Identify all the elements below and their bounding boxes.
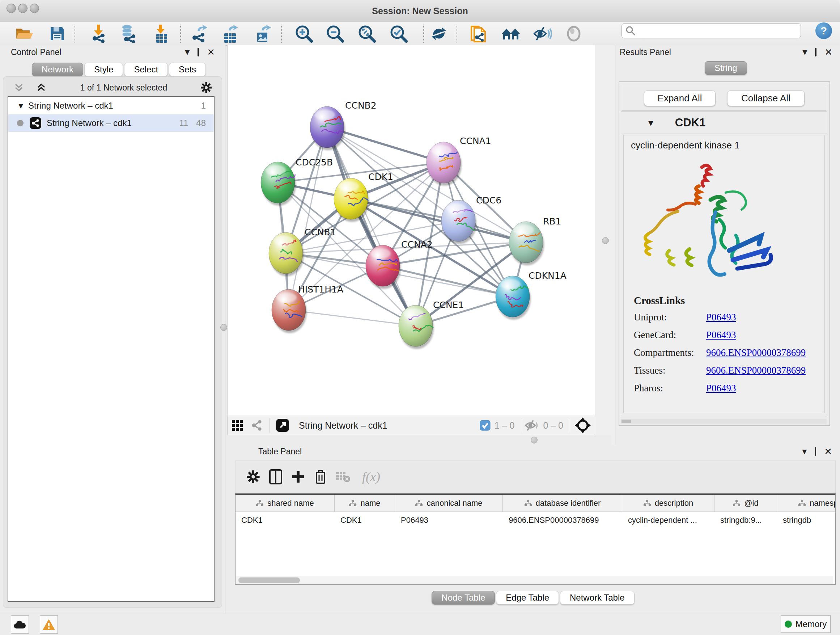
export-table-button[interactable]: [219, 24, 241, 43]
main-toolbar: ?: [0, 22, 840, 46]
panel-float-icon[interactable]: [815, 448, 816, 455]
collapse-all-button[interactable]: Collapse All: [727, 90, 805, 106]
network-node-CDC6[interactable]: CDC6: [441, 195, 501, 244]
table-row[interactable]: CDK1CDK1P064939606.ENSP00000378699cyclin…: [235, 512, 836, 529]
open-session-button[interactable]: [14, 24, 35, 43]
tab-string[interactable]: String: [705, 61, 747, 75]
homes-icon: [501, 26, 521, 42]
memory-button[interactable]: Memory: [781, 616, 831, 633]
apply-layout-button[interactable]: [428, 24, 450, 43]
crosslink-compartments-link[interactable]: 9606.ENSP00000378699: [706, 347, 806, 358]
show-panel-button[interactable]: [563, 24, 584, 43]
network-edge[interactable]: [289, 310, 416, 326]
crosslink-tissues-link[interactable]: 9606.ENSP00000378699: [706, 365, 806, 376]
column-header-name[interactable]: name: [335, 495, 395, 512]
import-table-button[interactable]: [150, 24, 172, 43]
column-header-database-identifier[interactable]: database identifier: [503, 495, 622, 512]
string-import-button[interactable]: [467, 24, 489, 43]
export-image-button[interactable]: [252, 24, 273, 43]
cloud-button[interactable]: [11, 616, 29, 633]
panel-float-icon[interactable]: [197, 49, 199, 55]
help-button[interactable]: ?: [815, 22, 832, 39]
left-splitter-collapse-handle[interactable]: [220, 324, 227, 331]
network-share-icon[interactable]: [247, 417, 267, 433]
tab-node-table[interactable]: Node Table: [431, 591, 495, 605]
import-database-button[interactable]: [117, 24, 139, 43]
column-header-id[interactable]: @id: [714, 495, 777, 512]
expand-all-networks-icon[interactable]: [30, 77, 52, 98]
collection-caret-icon[interactable]: ▼: [19, 102, 23, 109]
network-node-CDKN1A[interactable]: CDKN1A: [496, 271, 567, 320]
selected-nodes-checkbox[interactable]: [479, 420, 491, 431]
search-input[interactable]: [636, 26, 801, 36]
column-header-canonical-name[interactable]: canonical name: [395, 495, 503, 512]
homes-button[interactable]: [500, 24, 522, 43]
splitter-collapse-handle[interactable]: [531, 437, 538, 443]
crosslink-pharos-link[interactable]: P06493: [706, 383, 736, 394]
table-cell[interactable]: stringdb: [777, 512, 836, 529]
tab-network[interactable]: Network: [32, 63, 83, 76]
splitter-collapse-handle[interactable]: [602, 237, 609, 244]
panel-menu-icon[interactable]: ▼: [802, 448, 807, 455]
panel-close-icon[interactable]: ✕: [824, 48, 832, 57]
delete-column-trash-icon[interactable]: [309, 466, 332, 488]
crosslink-uniprot-link[interactable]: P06493: [706, 312, 736, 323]
birds-eye-view-icon[interactable]: [227, 417, 247, 433]
table-cell[interactable]: 9606.ENSP00000378699: [503, 512, 622, 529]
import-table-icon: [153, 25, 169, 43]
network-canvas[interactable]: CCNB2CCNA1CDC25BCDK1CDC6RB1CCNB1CCNA2CDK…: [227, 45, 595, 416]
export-network-button[interactable]: [188, 24, 210, 43]
warnings-button[interactable]: [40, 616, 58, 633]
table-settings-gear-icon[interactable]: [242, 466, 264, 488]
save-session-button[interactable]: [46, 24, 68, 43]
tab-style[interactable]: Style: [84, 63, 123, 76]
tab-select[interactable]: Select: [124, 63, 168, 76]
tab-sets[interactable]: Sets: [169, 63, 206, 76]
import-network-button[interactable]: [87, 24, 109, 43]
panel-menu-icon[interactable]: ▼: [185, 49, 189, 55]
zoom-fit-button[interactable]: [356, 24, 378, 43]
zoom-selected-button[interactable]: [388, 24, 409, 43]
panel-close-icon[interactable]: ✕: [207, 48, 215, 57]
network-edge[interactable]: [327, 127, 416, 326]
zoom-in-button[interactable]: [293, 24, 315, 43]
panel-menu-icon[interactable]: ▼: [802, 49, 807, 55]
toolbar-separator: [423, 25, 424, 43]
column-header-shared-name[interactable]: shared name: [235, 495, 335, 512]
gene-section-header[interactable]: ▼ CDK1: [621, 112, 827, 134]
expand-all-button[interactable]: Expand All: [644, 90, 715, 106]
network-node-CCNE1[interactable]: CCNE1: [399, 300, 464, 349]
show-columns-icon[interactable]: [264, 466, 287, 488]
table-cell[interactable]: P06493: [395, 512, 503, 529]
hide-panel-button[interactable]: [531, 24, 553, 43]
table-cell[interactable]: CDK1: [235, 512, 335, 529]
panel-float-icon[interactable]: [815, 49, 816, 55]
tab-edge-table[interactable]: Edge Table: [496, 591, 559, 605]
network-options-gear-icon[interactable]: [195, 77, 218, 98]
collapse-all-networks-icon[interactable]: [8, 77, 30, 98]
network-collection-row[interactable]: ▼ String Network – cdk1 1: [8, 97, 214, 114]
network-node-RB1[interactable]: RB1: [509, 216, 561, 265]
network-edge[interactable]: [289, 127, 327, 310]
network-row[interactable]: String Network – cdk1 11 48: [8, 114, 214, 132]
tab-network-table[interactable]: Network Table: [560, 591, 635, 605]
vertical-splitter[interactable]: [595, 45, 615, 445]
column-header-namespace[interactable]: namespace: [777, 495, 836, 512]
fit-content-crosshair-icon[interactable]: [573, 417, 592, 433]
results-horizontal-scrollbar[interactable]: [621, 419, 827, 424]
panel-close-icon[interactable]: ✕: [824, 447, 832, 456]
horizontal-splitter[interactable]: [227, 435, 611, 445]
table-cell[interactable]: stringdb:9...: [714, 512, 777, 529]
network-node-HIST1H1A[interactable]: HIST1H1A: [272, 284, 343, 333]
table-cell[interactable]: cyclin-dependent ...: [622, 512, 714, 529]
search-field[interactable]: [622, 23, 801, 38]
table-cell[interactable]: CDK1: [335, 512, 395, 529]
crosslink-genecard-link[interactable]: P06493: [706, 329, 736, 340]
add-column-icon[interactable]: [287, 466, 309, 488]
crosslink-label: Uniprot:: [634, 312, 706, 323]
column-header-description[interactable]: description: [622, 495, 714, 512]
gene-caret-icon[interactable]: ▼: [648, 119, 653, 127]
table-horizontal-scrollbar[interactable]: [235, 576, 833, 584]
zoom-out-button[interactable]: [324, 24, 346, 43]
open-network-in-window-icon[interactable]: [273, 417, 292, 433]
